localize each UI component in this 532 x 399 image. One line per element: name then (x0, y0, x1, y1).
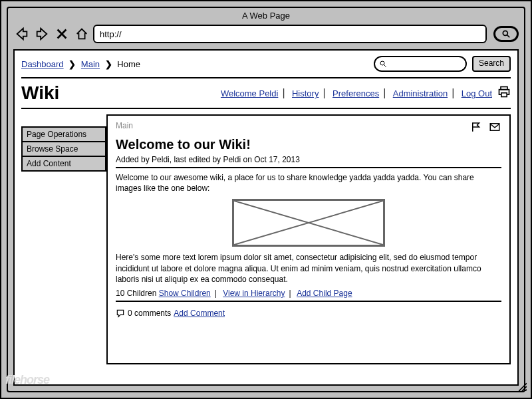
page-content: Dashboard ❯ Main ❯ Home Search Wiki Welc… (13, 49, 519, 386)
nav-preferences[interactable]: Preferences (332, 88, 379, 98)
browser-toolbar: http:// (8, 22, 524, 46)
search-input[interactable] (374, 56, 467, 72)
window-chrome: A Web Page http:// Dashboard ❯ Main ❯ Ho… (7, 7, 525, 392)
svg-point-1 (380, 61, 384, 65)
nav-welcome[interactable]: Welcome Peldi (221, 88, 278, 98)
browser-window: A Web Page http:// Dashboard ❯ Main ❯ Ho… (0, 0, 532, 399)
home-button[interactable] (73, 26, 90, 42)
breadcrumb: Dashboard ❯ Main ❯ Home (21, 59, 374, 69)
comment-icon (116, 309, 125, 318)
page-title: Welcome to our Wiki! (116, 137, 501, 152)
add-child-page-link[interactable]: Add Child Page (297, 289, 352, 298)
search-icon (379, 60, 387, 68)
divider (116, 167, 501, 168)
image-placeholder (232, 199, 385, 247)
stop-button[interactable] (53, 26, 70, 42)
go-button[interactable] (493, 26, 519, 42)
site-title: Wiki (21, 82, 221, 104)
flag-icon[interactable] (469, 121, 483, 133)
svg-point-0 (503, 31, 507, 35)
nav-logout[interactable]: Log Out (462, 88, 492, 98)
search-button[interactable]: Search (472, 56, 511, 72)
children-count: 10 Children (116, 289, 156, 298)
forward-button[interactable] (33, 26, 51, 42)
mail-icon[interactable] (488, 121, 501, 133)
nav-administration[interactable]: Administration (393, 88, 448, 98)
sidebar-add-content[interactable]: Add Content (21, 156, 106, 172)
breadcrumb-main[interactable]: Main (81, 59, 100, 69)
url-bar[interactable]: http:// (93, 25, 487, 43)
main-panel: Main Welcome to our Wiki! Added by Peldi… (106, 114, 511, 364)
top-nav: Welcome Peldi| History| Preferences| Adm… (221, 87, 492, 99)
sidebar-browse-space[interactable]: Browse Space (21, 141, 106, 157)
chevron-icon: ❯ (68, 59, 76, 69)
sidebar-page-operations[interactable]: Page Operations (21, 126, 106, 142)
comments-count: 0 comments (128, 309, 171, 318)
section-label: Main (116, 121, 469, 130)
print-icon[interactable] (497, 85, 511, 101)
body-paragraph: Here's some more text lorem ipsum dolor … (116, 252, 501, 285)
nav-history[interactable]: History (292, 88, 319, 98)
chevron-icon: ❯ (105, 59, 112, 69)
back-button[interactable] (13, 26, 31, 42)
body-paragraph: Welcome to our awesome wiki, a place for… (116, 172, 501, 194)
resize-handle-icon[interactable] (517, 382, 527, 394)
add-comment-link[interactable]: Add Comment (174, 309, 225, 318)
window-title: A Web Page (8, 8, 524, 22)
breadcrumb-dashboard[interactable]: Dashboard (21, 59, 64, 69)
breadcrumb-current: Home (117, 59, 140, 69)
show-children-link[interactable]: Show Children (159, 289, 211, 298)
page-footer-links: 10 Children Show Children| View in Hiera… (116, 289, 501, 298)
sidebar: Page Operations Browse Space Add Content (21, 114, 106, 364)
svg-rect-4 (501, 93, 507, 97)
view-hierarchy-link[interactable]: View in Hierarchy (223, 289, 285, 298)
divider (116, 301, 501, 302)
page-meta: Added by Peldi, last edited by Peldi on … (116, 155, 501, 164)
